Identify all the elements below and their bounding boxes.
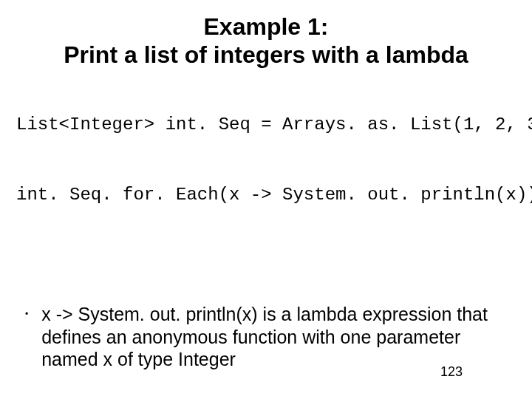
title-line-2: Print a list of integers with a lambda	[0, 41, 532, 69]
slide: Example 1: Print a list of integers with…	[0, 0, 532, 399]
code-line-1: List<Integer> int. Seq = Arrays. as. Lis…	[16, 115, 532, 134]
bullet-icon: •	[25, 303, 28, 325]
title-line-1: Example 1:	[0, 13, 532, 41]
bullet-item: • x -> System. out. println(x) is a lamb…	[25, 303, 510, 371]
code-line-2: int. Seq. for. Each(x -> System. out. pr…	[16, 185, 532, 205]
slide-title: Example 1: Print a list of integers with…	[0, 13, 532, 69]
page-number: 123	[440, 364, 463, 380]
bullet-text: x -> System. out. println(x) is a lambda…	[41, 303, 492, 371]
